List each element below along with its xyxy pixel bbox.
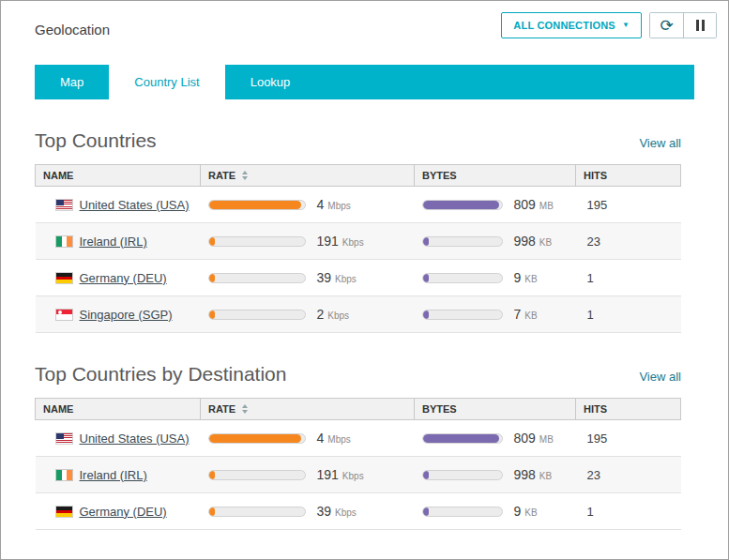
bytes-bar — [422, 236, 503, 247]
country-cell: Ireland (IRL) — [43, 468, 193, 482]
country-flag-icon — [56, 273, 72, 283]
chevron-down-icon: ▼ — [622, 22, 630, 29]
rate-value: 4 — [317, 197, 325, 212]
country-flag-icon — [56, 200, 72, 210]
view-all-link[interactable]: View all — [639, 136, 681, 150]
hits-value: 1 — [584, 308, 594, 322]
column-label: NAME — [43, 403, 73, 415]
rate-metric: 191 Kbps — [208, 234, 407, 249]
rate-bar — [208, 433, 306, 444]
rate-bar-fill — [209, 310, 215, 319]
bytes-value: 998 — [514, 467, 536, 482]
bytes-value: 809 — [514, 197, 536, 212]
rate-bar-fill — [209, 471, 215, 479]
view-all-link[interactable]: View all — [639, 370, 681, 384]
country-cell: Singapore (SGP) — [43, 308, 193, 322]
rate-unit: Mbps — [327, 434, 350, 445]
table-row: Ireland (IRL) 191 Kbps 998 KB 23 — [36, 457, 681, 493]
column-header-rate[interactable]: RATE — [201, 165, 415, 187]
bytes-bar-fill — [423, 237, 429, 246]
rate-bar — [208, 200, 306, 210]
bytes-metric: 998 KB — [422, 467, 569, 482]
section-head: Top Countries by Destination View all — [35, 363, 681, 386]
section-head: Top Countries View all — [35, 129, 681, 152]
bytes-bar — [422, 200, 503, 210]
table-header-row: NAMERATEBYTESHITS — [36, 399, 681, 420]
sort-icon — [242, 171, 248, 180]
rate-metric: 4 Mbps — [208, 431, 407, 446]
table-row: Singapore (SGP) 2 Kbps 7 KB 1 — [36, 296, 681, 333]
column-label: BYTES — [422, 403, 457, 415]
country-link[interactable]: Germany (DEU) — [80, 271, 167, 285]
section-title: Top Countries by Destination — [35, 363, 286, 386]
bytes-metric: 9 KB — [422, 270, 569, 285]
country-link[interactable]: United States (USA) — [80, 431, 190, 446]
rate-bar-fill — [209, 434, 302, 443]
refresh-pause-group: ⟳ — [649, 12, 717, 38]
column-header-rate[interactable]: RATE — [201, 399, 415, 420]
refresh-button[interactable]: ⟳ — [650, 13, 683, 38]
hits-value: 195 — [584, 198, 608, 212]
bytes-value: 9 — [514, 504, 522, 519]
country-flag-icon — [56, 310, 72, 320]
column-header-bytes: BYTES — [415, 399, 576, 420]
column-header-hits: HITS — [576, 399, 681, 420]
column-label: HITS — [584, 403, 607, 415]
bytes-value: 809 — [514, 431, 536, 446]
rate-bar-fill — [209, 507, 215, 516]
bytes-value: 7 — [514, 307, 522, 322]
pause-button[interactable] — [683, 13, 716, 38]
column-header-name: NAME — [36, 399, 201, 420]
tab-map[interactable]: Map — [35, 65, 109, 99]
tab-lookup[interactable]: Lookup — [225, 65, 316, 99]
bytes-bar-fill — [423, 471, 429, 479]
rate-unit: Kbps — [342, 237, 364, 248]
table-row: United States (USA) 4 Mbps 809 MB 1 — [36, 187, 681, 223]
hits-value: 1 — [584, 505, 594, 519]
column-label: RATE — [208, 403, 235, 415]
bytes-bar-fill — [423, 434, 499, 443]
table-row: Germany (DEU) 39 Kbps 9 KB 1 — [36, 493, 681, 530]
country-link[interactable]: Germany (DEU) — [80, 505, 167, 519]
bytes-unit: KB — [539, 237, 552, 248]
bytes-metric: 998 KB — [422, 234, 569, 249]
column-label: NAME — [43, 170, 73, 181]
country-flag-icon — [56, 507, 72, 517]
section-title: Top Countries — [35, 129, 157, 152]
header-controls: ALL CONNECTIONS ▼ ⟳ — [501, 12, 717, 38]
bytes-bar — [422, 470, 503, 480]
rate-bar-fill — [209, 274, 215, 282]
bytes-unit: KB — [539, 471, 552, 481]
country-link[interactable]: United States (USA) — [80, 198, 190, 212]
rate-unit: Kbps — [335, 274, 357, 284]
all-connections-label: ALL CONNECTIONS — [513, 20, 615, 31]
hits-value: 23 — [584, 235, 600, 249]
bytes-bar — [422, 507, 503, 517]
rate-bar — [208, 470, 306, 480]
all-connections-dropdown[interactable]: ALL CONNECTIONS ▼ — [501, 12, 642, 38]
country-cell: Ireland (IRL) — [43, 235, 193, 249]
tab-country-list[interactable]: Country List — [109, 65, 224, 99]
rate-value: 191 — [317, 467, 339, 482]
countries-table: NAMERATEBYTESHITS United States (USA) 4 … — [35, 164, 681, 333]
bytes-unit: MB — [539, 201, 554, 211]
sections: Top Countries View all NAMERATEBYTESHITS… — [35, 129, 681, 530]
country-link[interactable]: Singapore (SGP) — [80, 308, 173, 322]
countries-table: NAMERATEBYTESHITS United States (USA) 4 … — [35, 398, 681, 530]
page-title: Geolocation — [35, 12, 110, 38]
table-header-row: NAMERATEBYTESHITS — [36, 165, 681, 187]
country-link[interactable]: Ireland (IRL) — [80, 468, 147, 482]
rate-unit: Kbps — [327, 310, 349, 321]
page-header: Geolocation ALL CONNECTIONS ▼ ⟳ — [1, 1, 728, 38]
bytes-metric: 809 MB — [422, 431, 569, 446]
rate-value: 39 — [317, 270, 332, 285]
rate-value: 2 — [317, 307, 325, 322]
country-link[interactable]: Ireland (IRL) — [80, 235, 147, 249]
bytes-metric: 809 MB — [422, 197, 569, 212]
rate-bar — [208, 273, 306, 283]
bytes-bar-fill — [423, 507, 429, 516]
bytes-bar — [422, 310, 503, 320]
country-section: Top Countries View all NAMERATEBYTESHITS… — [35, 129, 681, 333]
rate-value: 39 — [317, 504, 332, 519]
bytes-unit: MB — [539, 434, 554, 445]
